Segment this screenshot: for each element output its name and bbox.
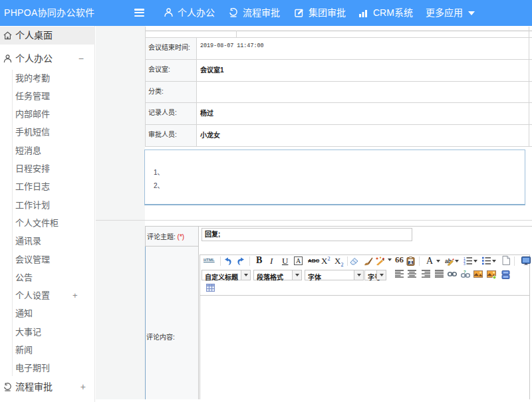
svg-text:3: 3 [464,262,466,265]
svg-text:A: A [409,260,412,265]
svg-text:?: ? [464,270,466,274]
